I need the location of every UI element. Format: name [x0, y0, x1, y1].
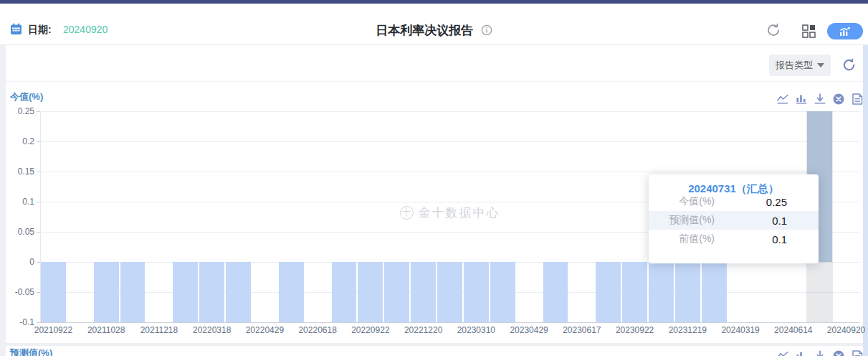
- gridline: [40, 111, 859, 112]
- app-screen: 日期: 20240920 日本利率决议报告: [0, 0, 868, 356]
- x-axis-label: 20230429: [502, 325, 555, 335]
- bar[interactable]: [464, 262, 489, 322]
- bar[interactable]: [279, 262, 304, 322]
- line-chart-icon[interactable]: [776, 350, 789, 356]
- x-axis-label: 20240319: [714, 325, 767, 335]
- sync-icon[interactable]: [766, 22, 781, 38]
- page-edge-strip: [863, 45, 868, 356]
- y-axis-tick: [37, 292, 40, 293]
- x-axis-label: 20240920: [820, 325, 868, 335]
- y-axis-tick: [37, 172, 40, 172]
- chart-section-title: 今值(%): [10, 90, 43, 103]
- x-axis-label: 20220618: [291, 325, 344, 335]
- bar[interactable]: [226, 262, 251, 322]
- header-bar: 日期: 20240920 日本利率决议报告: [0, 4, 868, 45]
- bar[interactable]: [543, 262, 568, 322]
- divider: [6, 81, 863, 82]
- gridline: [40, 172, 859, 172]
- x-axis-label: 20230310: [449, 325, 502, 335]
- trend-chart-icon: [839, 27, 852, 37]
- bar[interactable]: [173, 262, 198, 322]
- x-axis-label: 20211028: [80, 325, 133, 335]
- y-axis-tick: [37, 141, 40, 142]
- x-axis-label: 20211218: [133, 325, 186, 335]
- document-icon[interactable]: [851, 93, 864, 106]
- chevron-down-icon: [817, 63, 824, 67]
- y-axis-label: 0.1: [1, 197, 34, 207]
- tooltip-row-value: 0.1: [772, 233, 787, 245]
- tooltip-row-label: 预测值(%): [663, 214, 715, 227]
- bar[interactable]: [94, 262, 119, 322]
- x-axis-label: 20210922: [27, 325, 80, 335]
- y-axis-tick: [37, 232, 40, 233]
- tooltip-row-label: 今值(%): [663, 195, 715, 208]
- next-section-strip: [6, 346, 863, 356]
- next-section-toolbar: [776, 350, 864, 356]
- y-axis-tick: [37, 202, 40, 202]
- x-axis-label: 20240614: [767, 325, 820, 335]
- bar[interactable]: [675, 262, 700, 322]
- page-title: 日本利率决议报告: [376, 22, 473, 39]
- bar-chart-icon[interactable]: [795, 93, 808, 106]
- tooltip-row-label: 前值(%): [663, 233, 715, 245]
- tooltip-title: 20240731（汇总）: [649, 174, 819, 192]
- bar[interactable]: [41, 262, 66, 322]
- bar[interactable]: [490, 262, 515, 322]
- tooltip-row: 预测值(%) 0.1: [649, 211, 819, 230]
- chart-view-toggle-button[interactable]: [827, 23, 863, 39]
- x-axis-label: 20220429: [238, 325, 291, 335]
- x-axis-label: 20221220: [397, 325, 450, 335]
- bar[interactable]: [702, 262, 727, 322]
- bar-chart-icon[interactable]: [795, 350, 808, 356]
- y-axis-label: 0.25: [1, 106, 34, 116]
- x-axis: [40, 322, 859, 323]
- tooltip-row: 前值(%) 0.1: [649, 230, 819, 248]
- x-axis-label: 20231219: [661, 325, 714, 335]
- line-chart-icon[interactable]: [776, 93, 789, 106]
- tooltip-row-value: 0.1: [772, 215, 787, 227]
- refresh-icon[interactable]: [841, 57, 857, 72]
- bar[interactable]: [384, 262, 409, 322]
- x-axis-label: 20220922: [344, 325, 397, 335]
- info-icon[interactable]: [481, 24, 492, 36]
- bar[interactable]: [120, 262, 146, 322]
- y-axis-label: 0.05: [1, 227, 34, 237]
- next-section-title: 预测值(%): [10, 347, 52, 356]
- bar[interactable]: [358, 262, 383, 322]
- download-icon[interactable]: [814, 350, 826, 356]
- bar[interactable]: [649, 262, 674, 322]
- bar[interactable]: [199, 262, 224, 322]
- chart-toolbar: [776, 93, 864, 106]
- y-axis-label: -0.05: [1, 287, 34, 297]
- gridline: [40, 141, 859, 142]
- document-icon[interactable]: [851, 350, 864, 356]
- x-axis-label: 20230922: [609, 325, 662, 335]
- y-axis-label: 0.2: [1, 136, 34, 146]
- y-axis-tick: [37, 111, 40, 112]
- report-type-dropdown[interactable]: 报告类型: [769, 55, 831, 76]
- y-axis-tick: [37, 262, 40, 263]
- bar[interactable]: [411, 262, 436, 322]
- download-icon[interactable]: [814, 93, 826, 106]
- tooltip-row-value: 0.25: [766, 196, 787, 208]
- x-axis-label: 20220318: [186, 325, 239, 335]
- bar[interactable]: [596, 262, 621, 322]
- y-axis-label: 0: [1, 257, 34, 267]
- y-axis-label: 0.15: [1, 167, 34, 177]
- close-icon[interactable]: [832, 350, 845, 356]
- bar[interactable]: [437, 262, 462, 322]
- bar[interactable]: [622, 262, 647, 322]
- grid-layout-icon[interactable]: [802, 24, 816, 38]
- x-axis-label: 20230617: [555, 325, 609, 335]
- close-icon[interactable]: [832, 93, 845, 106]
- chart-tooltip: 20240731（汇总） 今值(%) 0.25 预测值(%) 0.1 前值(%)…: [649, 174, 819, 263]
- bar[interactable]: [332, 262, 357, 322]
- report-type-label: 报告类型: [776, 59, 813, 72]
